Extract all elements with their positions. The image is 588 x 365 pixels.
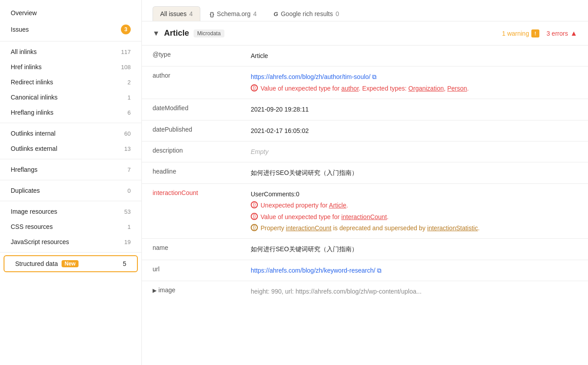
field-value-datemodified: 2021-09-20 19:28:11 [240, 99, 588, 120]
tab-schema-org[interactable]: {} Schema.org 4 [202, 6, 264, 21]
section-header: ▼ Article Microdata 1 warning ! 3 errors… [142, 21, 588, 46]
table-row-description: description Empty [142, 141, 588, 162]
schema-error-icon: {} [251, 84, 258, 91]
sidebar-item-hreflangs[interactable]: Hreflangs 7 [0, 162, 141, 177]
field-key-url: url [142, 260, 240, 281]
sidebar-item-redirect-inlinks[interactable]: Redirect inlinks 2 [0, 75, 141, 90]
tab-google-rich-results-label: Google rich results [281, 10, 333, 17]
schema-error-icon-2: {} [251, 201, 258, 208]
interactioncount-link-2[interactable]: interactionCount [286, 224, 331, 232]
sidebar-item-css-resources[interactable]: CSS resources 1 [0, 219, 141, 234]
person-link[interactable]: Person [447, 85, 467, 92]
sidebar-item-structured-data[interactable]: Structured data New 5 [4, 255, 138, 272]
divider-4 [0, 180, 141, 180]
field-value-type: Article [240, 46, 588, 66]
field-key-datemodified: dateModified [142, 99, 240, 120]
table-row-name: name 如何进行SEO关键词研究（入门指南） [142, 239, 588, 260]
schema-warning-icon: {} [251, 224, 258, 231]
warning-count: 1 warning ! [502, 29, 539, 37]
sidebar-item-image-resources[interactable]: Image resources 53 [0, 204, 141, 219]
field-key-interactioncount: interactionCount [142, 183, 240, 239]
microdata-badge: Microdata [194, 29, 224, 37]
table-row-image: ▶ image height: 990, url: https://ahrefs… [142, 281, 588, 302]
table-row-author: author https://ahrefs.com/blog/zh/author… [142, 66, 588, 99]
field-value-description: Empty [240, 141, 588, 162]
field-value-url: https://ahrefs.com/blog/zh/keyword-resea… [240, 260, 588, 281]
table-row-type: @type Article [142, 46, 588, 66]
divider-2 [0, 123, 141, 123]
data-table: @type Article author https://ahrefs.com/… [142, 46, 588, 302]
field-key-type: @type [142, 46, 240, 66]
field-key-image: ▶ image [142, 281, 240, 302]
collapse-icon[interactable]: ▼ [153, 29, 160, 37]
article-link[interactable]: Article [329, 202, 346, 209]
field-key-headline: headline [142, 162, 240, 183]
interactionstatistic-link[interactable]: interactionStatistic [427, 224, 478, 232]
expand-icon[interactable]: ▶ [153, 287, 157, 294]
interactioncount-error-1: {} Unexpected property for Article. [251, 200, 577, 210]
table-row-url: url https://ahrefs.com/blog/zh/keyword-r… [142, 260, 588, 281]
interactioncount-warning: {} Property interactionCount is deprecat… [251, 223, 577, 233]
tab-all-issues[interactable]: All issues 4 [153, 6, 200, 21]
warning-icon: ! [531, 29, 539, 37]
issues-badge: 3 [121, 25, 131, 34]
tab-google-rich-results-count: 0 [335, 10, 339, 17]
table-row-headline: headline 如何进行SEO关键词研究（入门指南） [142, 162, 588, 183]
divider-1 [0, 41, 141, 41]
sidebar-item-js-resources[interactable]: JavaScript resources 19 [0, 234, 141, 249]
interactioncount-link[interactable]: interactionCount [341, 213, 387, 220]
divider-3 [0, 159, 141, 159]
sidebar-item-outlinks-external[interactable]: Outlinks external 13 [0, 141, 141, 156]
main-content: All issues 4 {} Schema.org 4 G Google ri… [142, 0, 588, 365]
error-icon: ▲ [570, 29, 577, 37]
divider-5 [0, 201, 141, 201]
tab-bar: All issues 4 {} Schema.org 4 G Google ri… [142, 0, 588, 21]
tab-google-rich-results[interactable]: G Google rich results 0 [266, 6, 347, 21]
new-badge: New [62, 260, 79, 267]
field-value-image: height: 990, url: https://ahrefs.com/blo… [240, 281, 588, 302]
google-icon: G [273, 11, 278, 17]
schema-error-icon-3: {} [251, 213, 258, 220]
field-key-datepublished: datePublished [142, 120, 240, 141]
sidebar-item-issues[interactable]: Issues 3 [0, 21, 141, 38]
field-value-datepublished: 2021-02-17 16:05:02 [240, 120, 588, 141]
field-value-interactioncount: UserComments:0 {} Unexpected property fo… [240, 183, 588, 239]
field-key-author: author [142, 66, 240, 99]
tab-schema-org-count: 4 [253, 10, 257, 17]
field-value-name: 如何进行SEO关键词研究（入门指南） [240, 239, 588, 260]
table-row-interactioncount: interactionCount UserComments:0 {} Unexp… [142, 183, 588, 239]
field-key-description: description [142, 141, 240, 162]
url-link[interactable]: https://ahrefs.com/blog/zh/keyword-resea… [251, 267, 381, 274]
sidebar-item-hreflang-inlinks[interactable]: Hreflang inlinks 6 [0, 105, 141, 120]
sidebar-item-canonical-inlinks[interactable]: Canonical inlinks 1 [0, 90, 141, 105]
interactioncount-error-2: {} Value of unexpected type for interact… [251, 212, 577, 222]
sidebar-item-all-inlinks[interactable]: All inlinks 117 [0, 44, 141, 59]
author-link[interactable]: https://ahrefs.com/blog/zh/author/tim-so… [251, 73, 377, 80]
schema-org-icon: {} [210, 11, 214, 17]
tab-all-issues-count: 4 [189, 10, 193, 17]
divider-6 [0, 252, 141, 253]
tab-schema-org-label: Schema.org [217, 10, 250, 17]
sidebar-item-outlinks-internal[interactable]: Outlinks internal 60 [0, 126, 141, 141]
author-link-inline[interactable]: author [341, 85, 359, 92]
table-row-datemodified: dateModified 2021-09-20 19:28:11 [142, 99, 588, 120]
tab-all-issues-label: All issues [160, 10, 186, 17]
field-value-headline: 如何进行SEO关键词研究（入门指南） [240, 162, 588, 183]
table-row-datepublished: datePublished 2021-02-17 16:05:02 [142, 120, 588, 141]
sidebar: Overview Issues 3 All inlinks 117 Href i… [0, 0, 142, 365]
sidebar-item-duplicates[interactable]: Duplicates 0 [0, 183, 141, 198]
organization-link[interactable]: Organization [408, 85, 443, 92]
author-error: {} Value of unexpected type for author. … [251, 83, 577, 93]
field-value-author: https://ahrefs.com/blog/zh/author/tim-so… [240, 66, 588, 99]
section-title: Article [164, 29, 189, 38]
error-count: 3 errors ▲ [547, 29, 577, 37]
field-key-name: name [142, 239, 240, 260]
sidebar-item-href-inlinks[interactable]: Href inlinks 108 [0, 59, 141, 75]
sidebar-item-overview[interactable]: Overview [0, 5, 141, 21]
